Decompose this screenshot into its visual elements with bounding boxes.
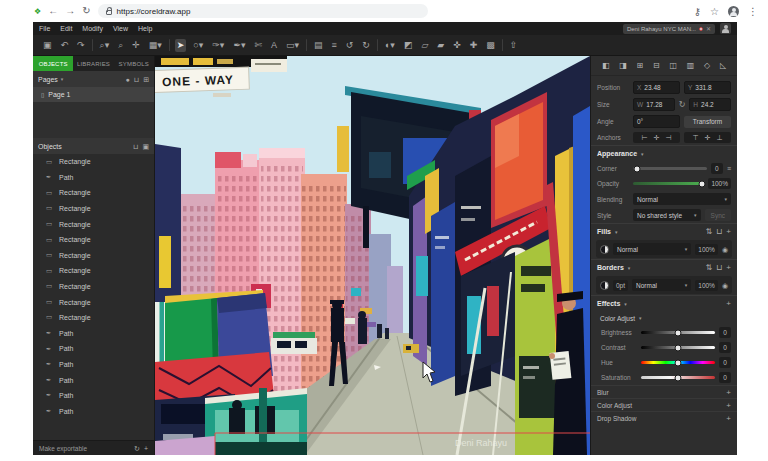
toolbar-tool-icon[interactable]: ↺ (344, 39, 356, 52)
fill-opacity-value[interactable]: 100% (695, 244, 718, 255)
object-list-item[interactable]: ▭ Rectangle (33, 232, 154, 248)
make-exportable-label[interactable]: Make exportable (39, 445, 87, 452)
user-avatar[interactable] (720, 23, 731, 34)
browser-profile-avatar[interactable] (728, 6, 739, 17)
toolbar-tool-icon[interactable]: ⌕▾ (98, 39, 112, 52)
toolbar-tool-icon[interactable] (306, 39, 307, 51)
effect-slider[interactable] (641, 361, 715, 364)
add-icon[interactable]: + (726, 401, 731, 410)
toolbar-tool-icon[interactable] (169, 39, 170, 51)
object-list-item[interactable]: ▭ Rectangle (33, 201, 154, 217)
anchor-icon[interactable]: ⊤ (692, 134, 698, 141)
menu-file[interactable]: File (39, 25, 50, 32)
border-color-swatch[interactable] (600, 281, 609, 290)
toolbar-tool-icon[interactable]: ✜ (451, 39, 463, 52)
footer-icon[interactable]: + (144, 445, 148, 452)
toolbar-tool-icon[interactable]: ⌕ (116, 39, 125, 52)
drawing-canvas[interactable]: ONE - WAY (155, 56, 590, 455)
object-list-item[interactable]: ✒ Path (33, 404, 154, 420)
effect-slider-value[interactable]: 0 (719, 327, 731, 338)
object-list-item[interactable]: ▭ Rectangle (33, 294, 154, 310)
properties-tab-icon[interactable]: ⊟ (653, 61, 660, 70)
toolbar-tool-icon[interactable]: ↻ (360, 39, 372, 52)
pages-header-icon[interactable]: ⊔ (134, 76, 139, 83)
lock-ratio-icon[interactable]: ↻ (679, 100, 686, 109)
borders-header-icon[interactable]: ⊔ (716, 264, 722, 272)
pages-header-icon[interactable]: ● (125, 76, 129, 83)
reload-icon[interactable]: ↻ (82, 6, 90, 16)
toolbar-tool-icon[interactable]: ▰ (435, 39, 446, 52)
border-opacity-value[interactable]: 100% (695, 280, 718, 291)
fills-section-header[interactable]: Fills ▾ ⇅⊔+ (591, 223, 737, 239)
color-adjust-group-header[interactable]: Color Adjust ▾ (591, 311, 737, 325)
toolbar-tool-icon[interactable] (377, 39, 378, 51)
tab-symbols[interactable]: SYMBOLS (114, 56, 154, 71)
toolbar-tool-icon[interactable]: ▭▾ (284, 39, 301, 52)
effect-slider-value[interactable]: 0 (719, 342, 731, 353)
border-mode-select[interactable]: Normal ▾ (632, 279, 691, 291)
toolbar-tool-icon[interactable]: ◩ (402, 39, 415, 52)
corner-slider[interactable] (633, 167, 707, 170)
sync-button[interactable]: Sync (705, 209, 731, 221)
toolbar-tool-icon[interactable]: ▦▾ (147, 39, 164, 52)
appearance-section-header[interactable]: Appearance ▾ (591, 145, 737, 161)
angle-field[interactable]: 0° (633, 115, 680, 128)
object-list-item[interactable]: ▭ Rectangle (33, 310, 154, 326)
objects-header-icon[interactable]: ⊔ (133, 143, 138, 150)
borders-header-icon[interactable]: + (726, 264, 731, 272)
toolbar-tool-icon[interactable]: ○▾ (191, 39, 205, 52)
extension-icon[interactable]: ❖ (34, 7, 41, 16)
object-list-item[interactable]: ✒ Path (33, 341, 154, 357)
effect-slider[interactable] (641, 331, 715, 334)
effect-slider-value[interactable]: 0 (719, 357, 731, 368)
height-field[interactable]: H 24.2 (689, 98, 731, 111)
toolbar-tool-icon[interactable]: ▩ (484, 39, 497, 52)
fill-mode-select[interactable]: Normal ▾ (613, 243, 691, 255)
fills-header-icon[interactable]: ⊔ (716, 228, 722, 236)
transform-button[interactable]: Transform (684, 116, 731, 128)
menu-help[interactable]: Help (138, 25, 152, 32)
toolbar-tool-icon[interactable]: ⇧ (508, 39, 520, 52)
menu-modify[interactable]: Modify (82, 25, 103, 32)
add-effect-icon[interactable]: + (726, 300, 731, 308)
object-list-item[interactable]: ✒ Path (33, 388, 154, 404)
close-icon[interactable]: ✕ (706, 25, 711, 32)
toolbar-tool-icon[interactable]: ≡ (330, 39, 339, 52)
object-list-item[interactable]: ✒ Path (33, 326, 154, 342)
anchor-icon[interactable]: ⊣ (665, 134, 671, 141)
corner-options-icon[interactable]: ≡ (727, 165, 731, 172)
opacity-value[interactable]: 100% (708, 178, 731, 189)
width-field[interactable]: W 17.28 (633, 98, 675, 111)
toolbar-tool-icon[interactable] (502, 39, 503, 51)
effect-slider[interactable] (641, 346, 715, 349)
add-icon[interactable]: + (726, 414, 731, 423)
object-list-item[interactable]: ▭ Rectangle (33, 154, 154, 170)
password-key-icon[interactable]: ⚷ (694, 6, 701, 17)
toolbar-tool-icon[interactable]: ▱ (419, 39, 430, 52)
objects-section-header[interactable]: Objects ⊔ ▣ (33, 138, 154, 154)
effect-slider-value[interactable]: 0 (719, 372, 731, 383)
effect-add-row[interactable]: Drop Shadow + (591, 411, 737, 424)
position-y-field[interactable]: Y 331.8 (684, 81, 731, 94)
toolbar-tool-icon[interactable]: ✄ (252, 39, 264, 52)
object-list-item[interactable]: ✒ Path (33, 372, 154, 388)
properties-tab-icon[interactable]: ▥ (687, 61, 695, 70)
fills-header-icon[interactable]: ⇅ (705, 228, 712, 236)
toolbar-tool-icon[interactable]: ↷ (75, 39, 87, 52)
eye-icon[interactable]: ◉ (722, 282, 728, 289)
menu-view[interactable]: View (113, 25, 128, 32)
effect-add-row[interactable]: Blur + (591, 385, 737, 398)
page-list-item[interactable]: ▯ Page 1 (33, 87, 154, 102)
borders-section-header[interactable]: Borders ▾ ⇅⊔+ (591, 259, 737, 275)
border-width-value[interactable]: 0pt (613, 280, 628, 291)
fills-header-icon[interactable]: + (726, 228, 731, 236)
toolbar-tool-icon[interactable]: ➤ (175, 39, 187, 52)
browser-menu-icon[interactable]: ⋮ (748, 6, 758, 17)
properties-tab-icon[interactable]: ◨ (619, 61, 627, 70)
pages-header-icon[interactable]: ⊞ (143, 76, 149, 83)
properties-tab-icon[interactable]: ⊞ (637, 61, 644, 70)
effect-slider[interactable] (641, 376, 715, 379)
forward-icon[interactable]: → (65, 6, 75, 16)
tab-libraries[interactable]: LIBRARIES (73, 56, 113, 71)
effect-add-row[interactable]: Color Adjust + (591, 398, 737, 411)
